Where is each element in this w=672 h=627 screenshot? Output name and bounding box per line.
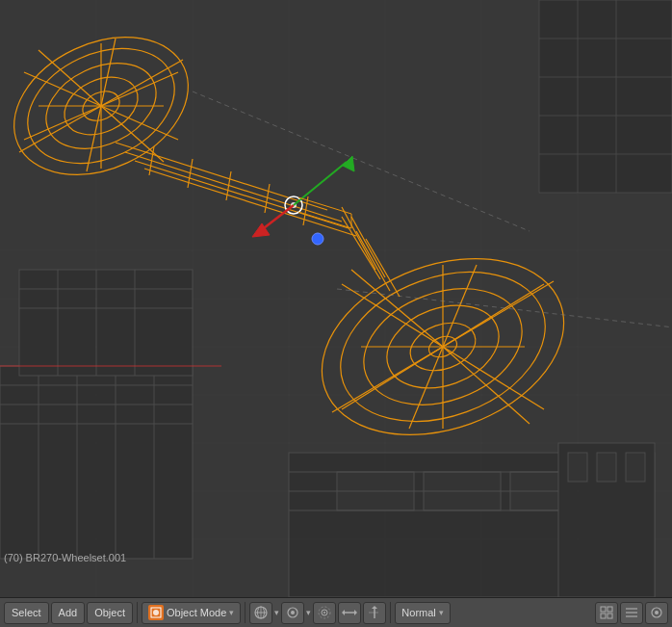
svg-rect-24 bbox=[626, 453, 645, 482]
svg-rect-122 bbox=[607, 607, 612, 612]
svg-rect-22 bbox=[568, 453, 587, 482]
separator-3 bbox=[390, 602, 391, 623]
right-icons-group bbox=[595, 602, 668, 624]
svg-marker-116 bbox=[354, 610, 357, 615]
view-button-1[interactable] bbox=[595, 602, 618, 624]
svg-point-105 bbox=[153, 610, 159, 615]
normal-dropdown-arrow: ▾ bbox=[439, 608, 444, 617]
svg-rect-25 bbox=[0, 366, 193, 559]
mode-selector[interactable]: Object Mode ▾ bbox=[142, 602, 241, 624]
transform-button[interactable] bbox=[338, 602, 361, 624]
pivot-dropdown[interactable]: ▾ bbox=[274, 608, 279, 617]
svg-marker-119 bbox=[372, 606, 377, 609]
svg-point-129 bbox=[655, 611, 659, 614]
normal-label: Normal bbox=[401, 607, 435, 618]
wireframe-scene bbox=[0, 0, 672, 597]
svg-rect-124 bbox=[607, 614, 612, 618]
svg-point-86 bbox=[312, 233, 323, 245]
render-button[interactable] bbox=[645, 602, 668, 624]
view-button-2[interactable] bbox=[620, 602, 643, 624]
proportional-edit-button[interactable] bbox=[313, 602, 336, 624]
object-label: (70) BR270-Wheelset.001 bbox=[4, 552, 126, 563]
separator-1 bbox=[137, 602, 138, 623]
normal-selector[interactable]: Normal ▾ bbox=[395, 602, 450, 624]
manipulator-button[interactable] bbox=[363, 602, 386, 624]
snap-dropdown[interactable]: ▾ bbox=[306, 608, 311, 617]
mode-icon bbox=[148, 605, 164, 620]
svg-marker-117 bbox=[342, 610, 345, 615]
mode-dropdown-arrow: ▾ bbox=[229, 608, 234, 617]
select-button[interactable]: Select bbox=[4, 602, 49, 624]
object-button[interactable]: Object bbox=[87, 602, 133, 624]
svg-rect-33 bbox=[19, 270, 193, 376]
svg-rect-121 bbox=[601, 607, 606, 612]
viewport-3d[interactable]: (70) BR270-Wheelset.001 bbox=[0, 0, 672, 597]
pivot-button[interactable] bbox=[249, 602, 272, 624]
add-button[interactable]: Add bbox=[51, 602, 86, 624]
status-bar: Select Add Object Object Mode ▾ ▾ bbox=[0, 597, 672, 627]
svg-point-111 bbox=[291, 611, 295, 614]
svg-rect-123 bbox=[601, 614, 606, 618]
snap-button[interactable] bbox=[281, 602, 304, 624]
svg-rect-97 bbox=[539, 0, 672, 193]
svg-rect-23 bbox=[597, 453, 616, 482]
svg-point-114 bbox=[323, 612, 325, 614]
separator-2 bbox=[245, 602, 246, 623]
